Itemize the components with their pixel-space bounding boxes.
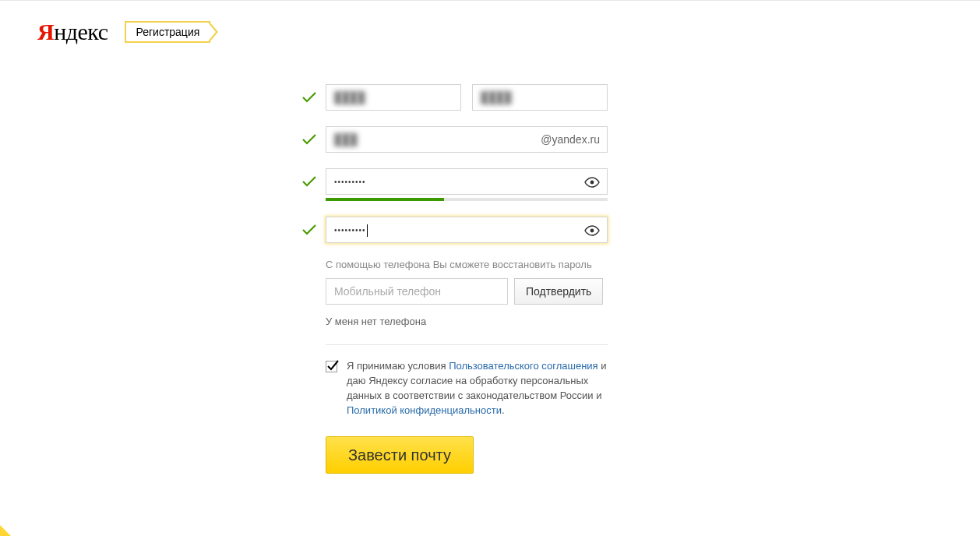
login-row: ███ @yandex.ru: [326, 126, 653, 153]
logo-letter-ya: Я: [37, 19, 54, 44]
confirm-phone-button[interactable]: Подтвердить: [514, 278, 603, 305]
password-row: •••••••••: [326, 168, 653, 195]
registration-badge: Регистрация: [125, 21, 210, 43]
login-value: ███: [334, 133, 358, 146]
first-name-value: ████: [334, 91, 365, 104]
user-agreement-link[interactable]: Пользовательского соглашения: [449, 360, 598, 372]
check-icon: [302, 224, 326, 235]
check-icon: [302, 176, 326, 187]
password-confirm-dots: •••••••••: [326, 226, 368, 235]
terms-part-1: Я принимаю условия: [347, 360, 449, 372]
phone-row: Подтвердить: [326, 278, 653, 305]
password-input[interactable]: •••••••••: [326, 168, 608, 195]
first-name-input[interactable]: ████: [326, 84, 461, 111]
name-row: ████ ████: [326, 84, 653, 111]
eye-icon[interactable]: [583, 222, 601, 239]
privacy-policy-link[interactable]: Политикой конфиденциальности: [347, 404, 502, 416]
text-cursor: [367, 224, 368, 237]
badge-label: Регистрация: [136, 26, 199, 38]
password-strength-fill: [326, 198, 444, 201]
password-confirm-row: •••••••••: [326, 217, 653, 243]
terms-text: Я принимаю условия Пользовательского сог…: [347, 359, 608, 418]
svg-point-1: [590, 229, 594, 233]
header: Яндекс Регистрация: [0, 2, 980, 53]
submit-button[interactable]: Завести почту: [326, 436, 474, 474]
password-strength-bar: [326, 198, 608, 201]
form-container: ████ ████ ███ @yandex.ru: [0, 53, 980, 474]
no-phone-link[interactable]: У меня нет телефона: [326, 316, 653, 327]
last-name-value: ████: [481, 91, 512, 104]
logo-rest: ндекс: [54, 19, 108, 44]
eye-icon[interactable]: [583, 174, 601, 191]
last-name-input[interactable]: ████: [472, 84, 608, 111]
yandex-logo[interactable]: Яндекс: [37, 19, 108, 45]
password-confirm-input[interactable]: •••••••••: [326, 217, 608, 243]
password-dots: •••••••••: [326, 178, 366, 186]
divider: [326, 344, 608, 345]
terms-part-3: .: [502, 404, 505, 416]
svg-point-0: [590, 181, 594, 185]
phone-input[interactable]: [326, 278, 508, 305]
check-icon: [302, 134, 326, 145]
login-input[interactable]: ███: [326, 126, 608, 153]
phone-hint: С помощью телефона Вы сможете восстанови…: [326, 259, 653, 270]
terms-checkbox[interactable]: [326, 361, 337, 372]
check-icon: [302, 92, 326, 103]
terms-row: Я принимаю условия Пользовательского сог…: [326, 359, 608, 418]
